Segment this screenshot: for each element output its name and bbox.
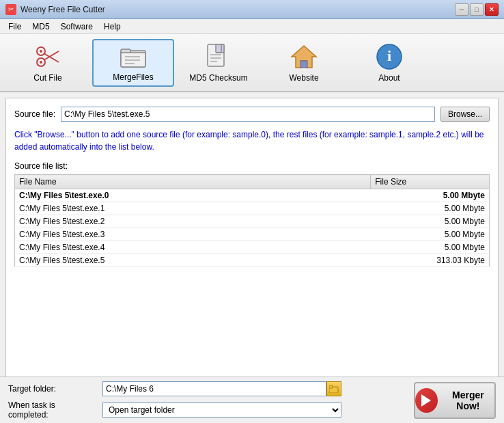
toolbar-about[interactable]: i About [348, 39, 430, 87]
task-row: When task is completed: Open target fold… [8, 400, 407, 420]
folder-browse-button[interactable] [326, 381, 341, 396]
maximize-button[interactable]: □ [470, 3, 484, 16]
source-list-label: Source file list: [14, 161, 490, 171]
file-name-cell: C:\My Files 5\test.exe.2 [15, 215, 371, 228]
target-folder-input[interactable] [102, 381, 326, 396]
file-size-cell: 5.00 Mbyte [371, 202, 490, 215]
file-name-cell: C:\My Files 5\test.exe.1 [15, 202, 371, 215]
file-name-cell: C:\My Files 5\test.exe.3 [15, 228, 371, 241]
svg-line-2 [44, 53, 59, 62]
target-folder-row: Target folder: [8, 381, 407, 396]
svg-point-5 [40, 50, 42, 53]
table-row[interactable]: C:\My Files 5\test.exe.35.00 Mbyte [15, 228, 490, 241]
svg-point-4 [40, 61, 42, 64]
cut-file-label: Cut File [33, 73, 61, 83]
menu-md5[interactable]: MD5 [27, 21, 55, 33]
file-size-cell: 5.00 Mbyte [371, 228, 490, 241]
svg-rect-20 [300, 61, 307, 68]
table-row[interactable]: C:\My Files 5\test.exe.05.00 Mbyte [15, 189, 490, 202]
svg-text:i: i [387, 47, 391, 64]
merge-now-button[interactable]: Merger Now! [414, 382, 496, 419]
minimize-button[interactable]: ─ [455, 3, 468, 16]
merge-icon [415, 388, 438, 413]
toolbar-cut-file[interactable]: Cut File [7, 39, 89, 87]
source-file-input[interactable] [61, 107, 435, 122]
toolbar-md5-checksum[interactable]: MD5 Checksum [178, 39, 260, 87]
about-label: About [378, 73, 400, 83]
menu-bar: File MD5 Software Help [0, 19, 504, 34]
table-row[interactable]: C:\My Files 5\test.exe.15.00 Mbyte [15, 202, 490, 215]
file-size-cell: 5.00 Mbyte [371, 241, 490, 254]
task-label: When task is completed: [8, 400, 97, 420]
menu-file[interactable]: File [3, 21, 27, 33]
file-name-cell: C:\My Files 5\test.exe.4 [15, 241, 371, 254]
file-name-cell: C:\My Files 5\test.exe.0 [15, 189, 371, 202]
window-controls: ─ □ ✕ [455, 3, 499, 16]
table-row[interactable]: C:\My Files 5\test.exe.5313.03 Kbyte [15, 254, 490, 267]
source-file-row: Source file: Browse... [14, 107, 490, 122]
main-content: Source file: Browse... Click "Browse..."… [5, 98, 499, 378]
file-size-cell: 313.03 Kbyte [371, 254, 490, 267]
svg-rect-24 [329, 385, 333, 388]
col-header-filename: File Name [15, 175, 371, 189]
file-size-cell: 5.00 Mbyte [371, 189, 490, 202]
folder-open-icon [120, 44, 147, 70]
md5-checksum-label: MD5 Checksum [189, 73, 247, 83]
bottom-bar: Target folder: When task is completed: O… [0, 377, 504, 423]
toolbar-merge-files[interactable]: MergeFiles [92, 39, 174, 87]
house-icon [290, 43, 318, 70]
col-header-filesize: File Size [371, 175, 490, 189]
info-icon: i [376, 43, 403, 70]
svg-rect-13 [216, 44, 224, 53]
toolbar: Cut File MergeFiles [0, 34, 504, 92]
menu-software[interactable]: Software [55, 21, 98, 33]
merge-btn-label: Merger Now! [442, 390, 494, 411]
file-name-cell: C:\My Files 5\test.exe.5 [15, 254, 371, 267]
menu-help[interactable]: Help [98, 21, 126, 33]
file-table: File Name File Size C:\My Files 5\test.e… [14, 174, 490, 267]
bottom-left: Target folder: When task is completed: O… [8, 381, 407, 420]
document-icon [205, 43, 232, 70]
svg-marker-25 [421, 394, 431, 407]
title-bar: ✂ Weeny Free File Cutter ─ □ ✕ [0, 0, 504, 19]
file-size-cell: 5.00 Mbyte [371, 215, 490, 228]
close-button[interactable]: ✕ [485, 3, 499, 16]
table-row[interactable]: C:\My Files 5\test.exe.45.00 Mbyte [15, 241, 490, 254]
window-title: Weeny Free File Cutter [20, 5, 455, 14]
folder-input-wrap [102, 381, 341, 396]
app-icon: ✂ [5, 4, 16, 15]
svg-line-3 [44, 51, 59, 60]
source-file-label: Source file: [14, 109, 55, 119]
table-row[interactable]: C:\My Files 5\test.exe.25.00 Mbyte [15, 215, 490, 228]
target-folder-label: Target folder: [8, 384, 97, 394]
toolbar-website[interactable]: Website [263, 39, 345, 87]
info-text: Click "Browse..." button to add one sour… [14, 128, 490, 153]
task-select[interactable]: Open target folderDo nothingOpen fileShu… [102, 402, 341, 418]
website-label: Website [289, 73, 318, 83]
browse-button[interactable]: Browse... [440, 107, 490, 122]
merge-files-label: MergeFiles [113, 72, 153, 82]
scissors-icon [34, 43, 61, 70]
